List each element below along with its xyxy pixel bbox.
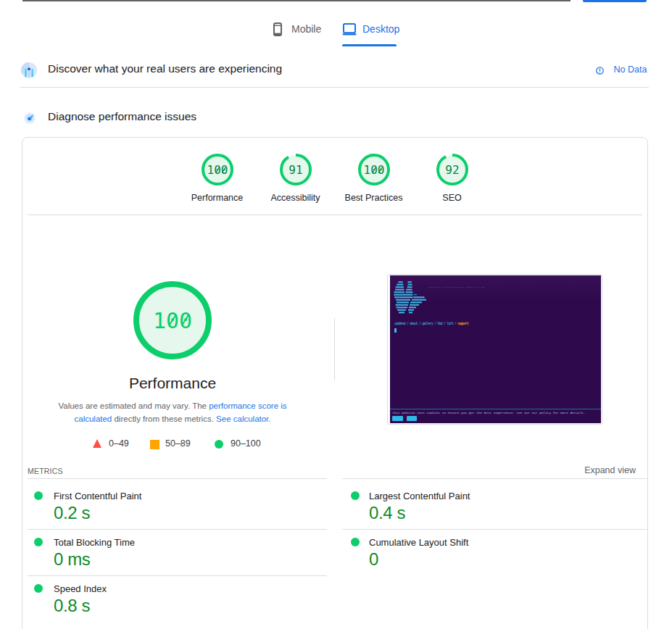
svg-text:92: 92 <box>445 162 459 176</box>
svg-text:91: 91 <box>289 162 302 176</box>
